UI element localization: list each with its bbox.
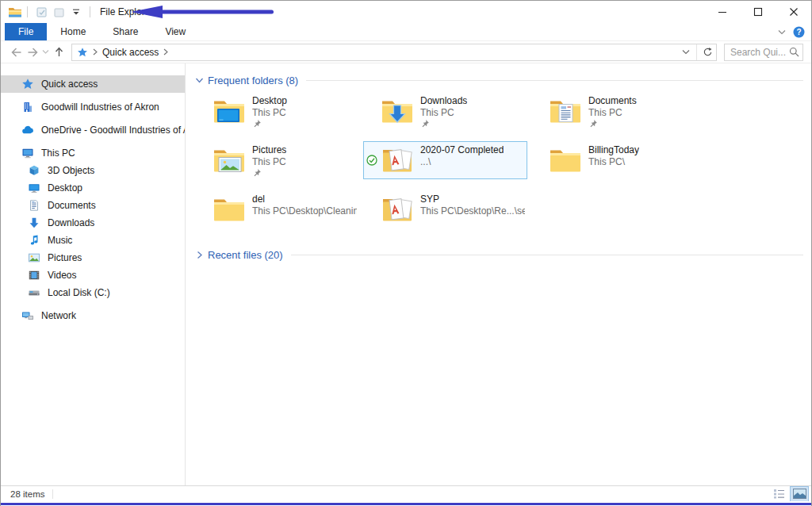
drive-icon xyxy=(28,286,40,299)
tile-location: This PC\Desktop\Re...\sent xyxy=(420,205,525,217)
back-button[interactable] xyxy=(9,44,25,61)
help-icon[interactable]: ? xyxy=(793,26,805,38)
star-icon xyxy=(21,78,34,90)
items-count: 28 items xyxy=(10,489,44,499)
tile-location: This PC xyxy=(420,107,467,118)
tile-name: Desktop xyxy=(252,95,287,107)
sidebar-item-goodwill-industries-of-akron[interactable]: Goodwill Industries of Akron xyxy=(1,98,185,116)
folder-tile-syp[interactable]: SYPThis PC\Desktop\Re...\sent xyxy=(363,190,527,228)
tab-file[interactable]: File xyxy=(5,23,47,40)
pin-icon xyxy=(588,118,637,128)
chevron-right-icon[interactable] xyxy=(195,251,204,259)
sidebar-item-music[interactable]: Music xyxy=(1,232,185,249)
forward-button[interactable] xyxy=(25,44,40,61)
film-icon xyxy=(28,269,40,282)
tile-text: PicturesThis PC xyxy=(252,144,286,178)
network-icon xyxy=(21,309,34,322)
details-view-button[interactable] xyxy=(770,487,787,501)
sidebar-item-label: Local Disk (C:) xyxy=(48,287,110,298)
sidebar-item-downloads[interactable]: Downloads xyxy=(1,214,185,232)
tile-check-slot xyxy=(532,94,548,105)
folder-tile-desktop[interactable]: DesktopThis PC xyxy=(195,92,359,130)
status-bar: 28 items xyxy=(1,485,811,501)
folder-tile-2020-07-completed[interactable]: 2020-07 Completed...\ xyxy=(363,141,527,179)
tile-check-slot xyxy=(364,193,380,204)
qat-new-folder-button[interactable] xyxy=(51,4,67,20)
section-rule xyxy=(291,255,803,255)
section-title[interactable]: Recent files (20) xyxy=(208,249,283,261)
chevron-down-icon[interactable] xyxy=(195,76,204,85)
sidebar-item-label: Music xyxy=(48,235,72,246)
titlebar-separator xyxy=(27,6,28,17)
sidebar-item-onedrive-goodwill-industries-of-akron[interactable]: OneDrive - Goodwill Industries of Akron xyxy=(1,121,185,139)
tile-check-slot xyxy=(532,144,548,155)
sidebar-item-quick-access[interactable]: Quick access xyxy=(1,75,185,93)
tile-name: Downloads xyxy=(420,95,467,107)
folder-pictures-icon xyxy=(212,145,247,175)
collapse-ribbon-chevron-icon[interactable] xyxy=(778,29,786,36)
cloud-icon xyxy=(21,124,34,136)
tile-name: 2020-07 Completed xyxy=(420,144,504,156)
tab-view[interactable]: View xyxy=(151,23,199,40)
qat-properties-button[interactable] xyxy=(33,4,49,20)
monitor-icon xyxy=(28,182,40,194)
breadcrumb: Quick access xyxy=(77,47,677,58)
breadcrumb-chevron-icon[interactable] xyxy=(163,48,168,56)
tile-text: BillingTodayThis PC\ xyxy=(588,144,639,167)
sidebar-item-documents[interactable]: Documents xyxy=(1,197,185,214)
sidebar-item-pictures[interactable]: Pictures xyxy=(1,249,185,266)
refresh-icon[interactable] xyxy=(699,44,716,60)
recent-locations-dropdown-icon[interactable] xyxy=(40,44,51,61)
maximize-button[interactable] xyxy=(740,1,776,23)
svg-text:?: ? xyxy=(796,28,801,36)
tab-share[interactable]: Share xyxy=(99,23,151,40)
status-separator xyxy=(52,489,53,499)
tile-text: DesktopThis PC xyxy=(252,94,287,128)
sidebar-item-label: Quick access xyxy=(41,79,98,90)
search-input[interactable] xyxy=(730,47,789,58)
pin-icon xyxy=(420,118,467,128)
sidebar-item-label: 3D Objects xyxy=(48,165,94,176)
previous-locations-dropdown-icon[interactable] xyxy=(677,44,695,60)
sidebar-item-network[interactable]: Network xyxy=(1,307,185,324)
qat-customize-dropdown-icon[interactable] xyxy=(68,4,84,20)
folder-tile-downloads[interactable]: DownloadsThis PC xyxy=(363,92,527,130)
titlebar: File Explorer xyxy=(1,1,811,23)
tile-location: This PC\ xyxy=(588,156,639,167)
folder-tile-pictures[interactable]: PicturesThis PC xyxy=(195,141,359,179)
ribbon-tab-row: File Home Share View ? xyxy=(1,23,811,41)
folder-view: Frequent folders (8) DesktopThis PCDownl… xyxy=(186,63,811,485)
address-bar[interactable]: Quick access xyxy=(71,44,717,61)
sidebar-item-desktop[interactable]: Desktop xyxy=(1,179,185,197)
sidebar-item-local-disk-c[interactable]: Local Disk (C:) xyxy=(1,284,185,301)
quick-access-star-icon xyxy=(77,47,88,58)
folder-tile-documents[interactable]: DocumentsThis PC xyxy=(531,92,695,130)
section-title[interactable]: Frequent folders (8) xyxy=(208,75,298,86)
breadcrumb-chevron-icon[interactable] xyxy=(93,48,98,56)
sidebar-item-label: Pictures xyxy=(48,252,82,263)
tile-name: Documents xyxy=(588,95,637,107)
minimize-button[interactable] xyxy=(704,1,740,23)
folder-plain-icon xyxy=(548,145,583,175)
folder-tile-billingtoday[interactable]: BillingTodayThis PC\ xyxy=(531,141,695,179)
navigation-bar: Quick access xyxy=(1,41,811,63)
tile-location: This PC xyxy=(252,156,286,167)
sidebar-item-label: Documents xyxy=(48,200,96,211)
tile-check-slot xyxy=(196,144,212,155)
sidebar-item-3d-objects[interactable]: 3D Objects xyxy=(1,162,185,179)
folder-tile-del[interactable]: delThis PC\Desktop\Cleaning xyxy=(195,190,359,228)
frequent-folders-grid: DesktopThis PCDownloadsThis PCDocumentsT… xyxy=(195,92,805,228)
folder-documents-icon xyxy=(548,96,583,126)
down-arrow-icon xyxy=(28,217,40,229)
breadcrumb-quick-access[interactable]: Quick access xyxy=(102,47,159,58)
tab-home[interactable]: Home xyxy=(47,23,99,40)
large-icons-view-button[interactable] xyxy=(791,487,808,501)
sidebar-item-videos[interactable]: Videos xyxy=(1,266,185,284)
close-button[interactable] xyxy=(776,1,811,23)
search-icon[interactable] xyxy=(789,47,799,57)
tile-location: This PC\Desktop\Cleaning xyxy=(252,205,357,217)
search-box[interactable] xyxy=(724,44,803,61)
tile-text: DownloadsThis PC xyxy=(420,94,467,128)
up-button[interactable] xyxy=(51,44,67,61)
sidebar-item-this-pc[interactable]: This PC xyxy=(1,144,185,162)
